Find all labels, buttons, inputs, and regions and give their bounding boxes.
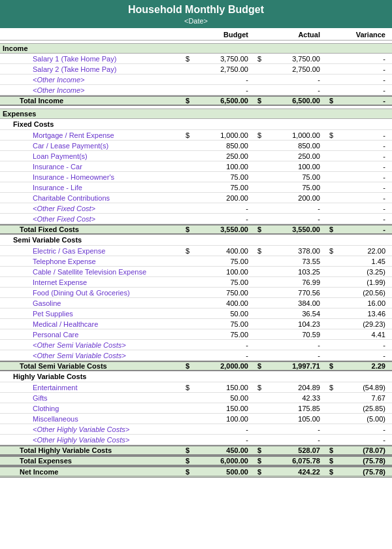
fixed-row-8: <Other Fixed Cost> - - - [0,203,392,214]
semi-row-8: Medical / Healthcare 75.00 104.23 (29.23… [0,319,392,329]
income-row-1: Salary 1 (Take Home Pay) $3,750.00 $3,75… [0,54,392,64]
income-actual-4: - [255,86,327,94]
semi-row-7: Pet Supplies 50.00 36.54 13.46 [0,308,392,319]
highly-row-5: <Other Highly Variable Costs> - - - [0,424,392,435]
income-row-3: <Other Income> - - - [0,75,392,85]
total-income-actual: $6,500.00 [255,97,327,105]
header-date: <Date> [0,17,392,28]
income-actual-3: - [255,76,327,84]
fixed-row-4: Insurance - Car 100.00 100.00 - [0,161,392,172]
income-variance-1: - [327,55,392,63]
highly-row-1: Entertainment $150.00 $204.89 $(54.89) [0,382,392,393]
highly-variable-header: Highly Variable Costs [0,371,392,382]
semi-row-11: <Other Semi Variable Costs> - - - [0,350,392,361]
semi-row-6: Gasoline 400.00 384.00 16.00 [0,298,392,308]
semi-row-10: <Other Semi Variable Costs> - - - [0,340,392,350]
total-semi-row: Total Semi Variable Costs $2,000.00 $1,9… [0,361,392,371]
semi-variable-header: Semi Variable Costs [0,235,392,246]
total-income-label: Total Income [0,97,183,105]
income-actual-2: 2,750.00 [255,65,327,73]
income-label-3: <Other Income> [0,76,183,84]
fixed-row-5: Insurance - Homeowner's 75.00 75.00 - [0,172,392,182]
total-highly-row: Total Highly Variable Costs $450.00 $528… [0,445,392,456]
fixed-row-2: Car / Lease Payment(s) 850.00 850.00 - [0,141,392,151]
income-variance-3: - [327,76,392,84]
expenses-section-header: Expenses [0,108,392,119]
semi-row-4: Internet Expense 75.00 76.99 (1.99) [0,277,392,288]
highly-row-6: <Other Highly Variable Costs> - - - [0,435,392,445]
income-budget-1: $3,750.00 [183,55,255,63]
income-actual-1: $3,750.00 [255,55,327,63]
semi-row-1: Electric / Gas Expense $400.00 $378.00 $… [0,246,392,256]
col-label-actual: Actual [255,31,327,39]
fixed-row-9: <Other Fixed Cost> - - - [0,214,392,224]
net-income-row: Net Income $500.00 $424.22 $(75.78) [0,466,392,478]
total-expenses-row: Total Expenses $6,000.00 $6,075.78 $(75.… [0,456,392,466]
total-income-variance: $- [327,97,392,105]
highly-row-3: Clothing 150.00 175.85 (25.85) [0,403,392,414]
fixed-row-7: Charitable Contributions 200.00 200.00 - [0,193,392,203]
page: Household Monthly Budget <Date> Budget A… [0,0,392,478]
col-label-empty [0,31,183,39]
total-fixed-row: Total Fixed Costs $3,550.00 $3,550.00 $- [0,224,392,235]
income-variance-4: - [327,86,392,94]
page-title: Household Monthly Budget [0,0,392,17]
fixed-row-6: Insurance - Life 75.00 75.00 - [0,182,392,193]
column-headers: Budget Actual Variance [0,28,392,41]
income-section-header: Income [0,43,392,54]
income-label-4: <Other Income> [0,86,183,94]
fixed-row-3: Loan Payment(s) 250.00 250.00 - [0,151,392,161]
semi-row-5: Food (Dining Out & Groceries) 750.00 770… [0,288,392,298]
semi-row-3: Cable / Satellite Television Expense 100… [0,267,392,277]
total-income-budget: $6,500.00 [183,97,255,105]
semi-row-2: Telephone Expense 75.00 73.55 1.45 [0,256,392,267]
income-label-2: Salary 2 (Take Home Pay) [0,65,183,73]
col-label-variance: Variance [327,31,392,39]
col-label-budget: Budget [183,31,255,39]
fixed-row-1: Mortgage / Rent Expense $1,000.00 $1,000… [0,130,392,141]
income-variance-2: - [327,65,392,73]
highly-row-2: Gifts 50.00 42.33 7.67 [0,393,392,403]
income-section-label: Income [0,44,183,52]
income-row-2: Salary 2 (Take Home Pay) 2,750.00 2,750.… [0,64,392,75]
total-income-row: Total Income $6,500.00 $6,500.00 $- [0,95,392,106]
income-budget-3: - [183,76,255,84]
highly-row-4: Miscellaneous 100.00 105.00 (5.00) [0,414,392,424]
income-budget-2: 2,750.00 [183,65,255,73]
semi-row-9: Personal Care 75.00 70.59 4.41 [0,329,392,340]
fixed-costs-header: Fixed Costs [0,119,392,130]
expenses-section-label: Expenses [0,110,183,118]
income-budget-4: - [183,86,255,94]
income-row-4: <Other Income> - - - [0,85,392,95]
income-label-1: Salary 1 (Take Home Pay) [0,55,183,63]
